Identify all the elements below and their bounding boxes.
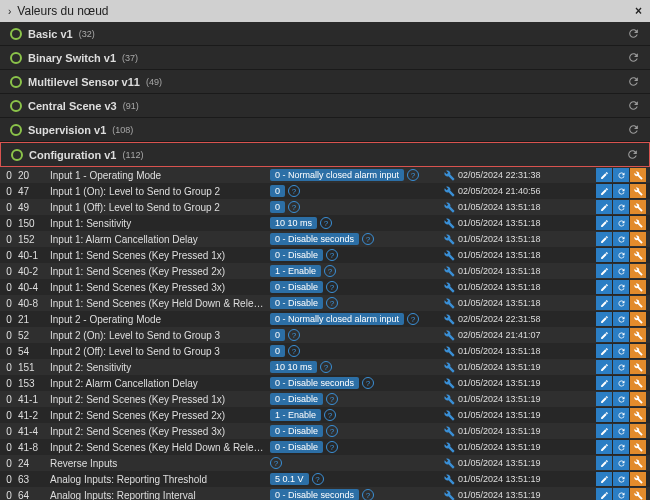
section-3[interactable]: Central Scene v3(91) bbox=[0, 94, 650, 118]
help-icon[interactable]: ? bbox=[288, 201, 300, 213]
wrench-icon[interactable] bbox=[440, 170, 458, 181]
edit-button[interactable] bbox=[596, 472, 612, 486]
edit-button[interactable] bbox=[596, 312, 612, 326]
col-value[interactable]: 0? bbox=[270, 185, 440, 197]
close-icon[interactable]: × bbox=[635, 4, 642, 18]
edit-button[interactable] bbox=[596, 344, 612, 358]
tool-button[interactable] bbox=[630, 472, 646, 486]
help-icon[interactable]: ? bbox=[362, 377, 374, 389]
edit-button[interactable] bbox=[596, 216, 612, 230]
help-icon[interactable]: ? bbox=[312, 473, 324, 485]
refresh-button[interactable] bbox=[613, 456, 629, 470]
edit-button[interactable] bbox=[596, 184, 612, 198]
tool-button[interactable] bbox=[630, 440, 646, 454]
refresh-button[interactable] bbox=[613, 328, 629, 342]
col-value[interactable]: 0 - Disable? bbox=[270, 441, 440, 453]
refresh-button[interactable] bbox=[613, 200, 629, 214]
edit-button[interactable] bbox=[596, 360, 612, 374]
col-value[interactable]: 0 - Disable? bbox=[270, 297, 440, 309]
refresh-button[interactable] bbox=[613, 488, 629, 500]
refresh-button[interactable] bbox=[613, 424, 629, 438]
col-value[interactable]: 10 10 ms? bbox=[270, 361, 440, 373]
wrench-icon[interactable] bbox=[440, 282, 458, 293]
refresh-icon[interactable] bbox=[627, 27, 640, 40]
refresh-button[interactable] bbox=[613, 344, 629, 358]
col-value[interactable]: 0 - Disable? bbox=[270, 281, 440, 293]
wrench-icon[interactable] bbox=[440, 362, 458, 373]
refresh-button[interactable] bbox=[613, 264, 629, 278]
edit-button[interactable] bbox=[596, 296, 612, 310]
wrench-icon[interactable] bbox=[440, 202, 458, 213]
tool-button[interactable] bbox=[630, 360, 646, 374]
tool-button[interactable] bbox=[630, 488, 646, 500]
help-icon[interactable]: ? bbox=[288, 185, 300, 197]
tool-button[interactable] bbox=[630, 200, 646, 214]
col-value[interactable]: 1 - Enable? bbox=[270, 409, 440, 421]
tool-button[interactable] bbox=[630, 184, 646, 198]
section-4[interactable]: Supervision v1(108) bbox=[0, 118, 650, 142]
edit-button[interactable] bbox=[596, 456, 612, 470]
col-value[interactable]: 1 - Enable? bbox=[270, 265, 440, 277]
refresh-button[interactable] bbox=[613, 296, 629, 310]
wrench-icon[interactable] bbox=[440, 458, 458, 469]
wrench-icon[interactable] bbox=[440, 218, 458, 229]
tool-button[interactable] bbox=[630, 216, 646, 230]
help-icon[interactable]: ? bbox=[324, 265, 336, 277]
help-icon[interactable]: ? bbox=[326, 441, 338, 453]
help-icon[interactable]: ? bbox=[320, 361, 332, 373]
help-icon[interactable]: ? bbox=[362, 233, 374, 245]
tool-button[interactable] bbox=[630, 296, 646, 310]
refresh-button[interactable] bbox=[613, 280, 629, 294]
edit-button[interactable] bbox=[596, 392, 612, 406]
tool-button[interactable] bbox=[630, 424, 646, 438]
refresh-button[interactable] bbox=[613, 232, 629, 246]
wrench-icon[interactable] bbox=[440, 346, 458, 357]
col-value[interactable]: 0 - Normally closed alarm input? bbox=[270, 169, 440, 181]
help-icon[interactable]: ? bbox=[270, 457, 282, 469]
tool-button[interactable] bbox=[630, 328, 646, 342]
col-value[interactable]: 0? bbox=[270, 329, 440, 341]
section-5[interactable]: Configuration v1(112) bbox=[0, 142, 650, 167]
help-icon[interactable]: ? bbox=[288, 329, 300, 341]
col-value[interactable]: 10 10 ms? bbox=[270, 217, 440, 229]
refresh-icon[interactable] bbox=[627, 51, 640, 64]
help-icon[interactable]: ? bbox=[362, 489, 374, 500]
tool-button[interactable] bbox=[630, 408, 646, 422]
refresh-icon[interactable] bbox=[627, 123, 640, 136]
help-icon[interactable]: ? bbox=[326, 297, 338, 309]
help-icon[interactable]: ? bbox=[326, 281, 338, 293]
edit-button[interactable] bbox=[596, 440, 612, 454]
wrench-icon[interactable] bbox=[440, 250, 458, 261]
wrench-icon[interactable] bbox=[440, 186, 458, 197]
col-value[interactable]: 0 - Disable seconds? bbox=[270, 233, 440, 245]
refresh-button[interactable] bbox=[613, 168, 629, 182]
wrench-icon[interactable] bbox=[440, 298, 458, 309]
refresh-icon[interactable] bbox=[626, 148, 639, 161]
edit-button[interactable] bbox=[596, 408, 612, 422]
refresh-icon[interactable] bbox=[627, 99, 640, 112]
col-value[interactable]: 0? bbox=[270, 345, 440, 357]
col-value[interactable]: 5 0.1 V? bbox=[270, 473, 440, 485]
wrench-icon[interactable] bbox=[440, 234, 458, 245]
tool-button[interactable] bbox=[630, 344, 646, 358]
col-value[interactable]: 0 - Disable seconds? bbox=[270, 489, 440, 500]
help-icon[interactable]: ? bbox=[326, 249, 338, 261]
wrench-icon[interactable] bbox=[440, 266, 458, 277]
wrench-icon[interactable] bbox=[440, 442, 458, 453]
col-value[interactable]: ? bbox=[270, 457, 440, 469]
wrench-icon[interactable] bbox=[440, 426, 458, 437]
col-value[interactable]: 0 - Disable seconds? bbox=[270, 377, 440, 389]
edit-button[interactable] bbox=[596, 376, 612, 390]
help-icon[interactable]: ? bbox=[324, 409, 336, 421]
edit-button[interactable] bbox=[596, 168, 612, 182]
help-icon[interactable]: ? bbox=[320, 217, 332, 229]
refresh-button[interactable] bbox=[613, 376, 629, 390]
edit-button[interactable] bbox=[596, 200, 612, 214]
refresh-button[interactable] bbox=[613, 392, 629, 406]
help-icon[interactable]: ? bbox=[407, 169, 419, 181]
tool-button[interactable] bbox=[630, 392, 646, 406]
refresh-button[interactable] bbox=[613, 184, 629, 198]
edit-button[interactable] bbox=[596, 280, 612, 294]
tool-button[interactable] bbox=[630, 456, 646, 470]
col-value[interactable]: 0 - Disable? bbox=[270, 425, 440, 437]
